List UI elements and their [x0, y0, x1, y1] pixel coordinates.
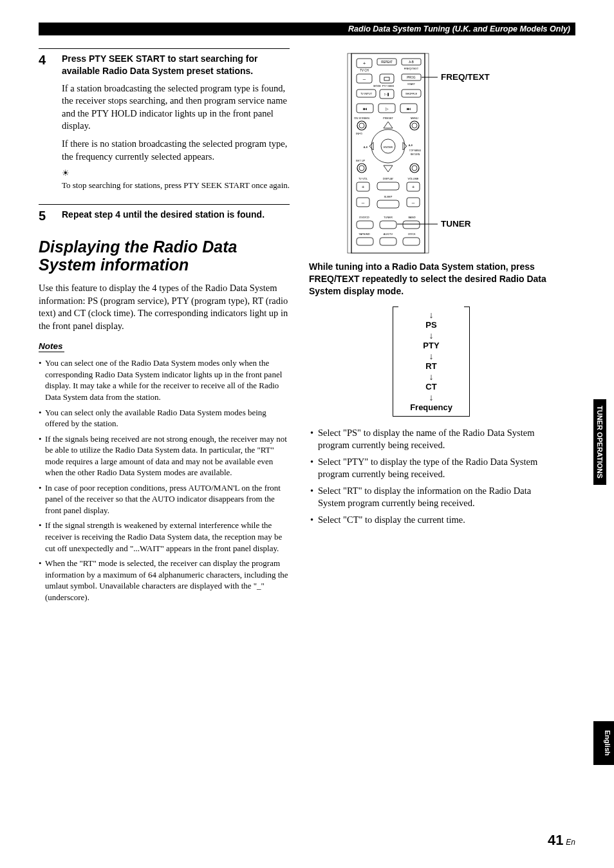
side-tabs: TUNER OPERATIONS English	[593, 399, 614, 491]
svg-text:MENU: MENU	[411, 117, 418, 120]
svg-point-34	[359, 123, 364, 128]
svg-rect-74	[380, 238, 396, 245]
svg-text:TV VOL: TV VOL	[358, 177, 368, 180]
svg-rect-73	[357, 238, 373, 245]
mode-pty: PTY	[393, 340, 469, 352]
svg-text:INFO: INFO	[356, 132, 362, 135]
ab-label: A-B	[409, 61, 414, 64]
svg-rect-11	[380, 74, 394, 83]
svg-rect-67	[357, 221, 373, 229]
svg-point-33	[357, 121, 366, 130]
svg-text:▷: ▷	[386, 107, 389, 111]
svg-text:SHUFFLE: SHUFFLE	[405, 92, 418, 95]
svg-text:A-E: A-E	[409, 144, 413, 147]
mode-frequency: Frequency	[393, 402, 469, 413]
step-number: 5	[39, 209, 54, 226]
arrow-down-icon: ↓	[393, 310, 469, 319]
mode-ct: CT	[393, 381, 469, 393]
mode-rt: RT	[393, 361, 469, 372]
arrow-down-icon: ↓	[393, 372, 469, 381]
note-item: When the "RT" mode is selected, the rece…	[39, 558, 290, 603]
tip-icon: ☀	[62, 168, 70, 178]
action-item: Select "RT" to display the information o…	[309, 485, 560, 510]
svg-text:FREQ/TEXT: FREQ/TEXT	[404, 67, 419, 70]
actions-list: Select "PS" to display the name of the R…	[309, 427, 560, 527]
page-number-lang: En	[566, 838, 575, 847]
note-item: You can select one of the Radio Data Sys…	[39, 357, 290, 402]
svg-rect-0	[348, 53, 351, 253]
svg-text:TOP MENU: TOP MENU	[409, 149, 422, 152]
svg-text:–: –	[412, 200, 415, 205]
page-header: Radio Data System Tuning (U.K. and Europ…	[39, 23, 575, 35]
svg-text:TUNER: TUNER	[384, 216, 393, 219]
svg-text:+: +	[362, 184, 365, 190]
step-paragraph: If a station broadcasting the selected p…	[62, 82, 290, 133]
tab-english: English	[593, 721, 614, 765]
svg-rect-69	[403, 221, 420, 229]
step-4: 4 Press PTY SEEK START to start searchin…	[39, 48, 290, 196]
svg-text:DISPLAY: DISPLAY	[383, 177, 394, 180]
svg-point-35	[410, 121, 419, 130]
step-paragraph: If there is no station broadcasting the …	[62, 138, 290, 163]
svg-text:PROG: PROG	[407, 76, 416, 79]
svg-text:DOCK: DOCK	[408, 232, 416, 236]
svg-text:START: START	[407, 83, 416, 86]
note-item: If the signals being received are not st…	[39, 433, 290, 478]
section-intro: Use this feature to display the 4 types …	[39, 282, 290, 332]
svg-text:⏮: ⏮	[363, 107, 367, 111]
svg-text:TV INPUT: TV INPUT	[360, 92, 373, 95]
svg-text:SET UP: SET UP	[356, 159, 366, 162]
svg-text:⏭: ⏭	[407, 107, 411, 111]
svg-rect-75	[403, 238, 420, 245]
svg-text:MODE: MODE	[373, 85, 381, 88]
notes-list: You can select one of the Radio Data Sys…	[39, 357, 290, 603]
left-column: 4 Press PTY SEEK START to start searchin…	[39, 48, 290, 607]
mode-chain: ↓ PS ↓ PTY ↓ RT ↓ CT ↓ Frequency	[393, 307, 470, 417]
svg-text:+: +	[412, 184, 415, 190]
svg-point-49	[412, 165, 417, 171]
right-column: + REPEAT A-B TV CH FREQ/TEXT – PROG MODE…	[309, 48, 560, 607]
callout-freqtext: FREQ/TEXT	[441, 72, 490, 82]
svg-text:PRESET: PRESET	[383, 117, 394, 120]
notes-label: Notes	[39, 341, 64, 352]
svg-text:VOLUME: VOLUME	[408, 177, 419, 180]
svg-text:AUX/TV: AUX/TV	[384, 232, 393, 236]
svg-text:+: +	[363, 61, 366, 66]
page-number: 41 En	[548, 832, 575, 849]
svg-text:–: –	[363, 76, 366, 82]
svg-text:A-E: A-E	[364, 146, 368, 149]
svg-text:SLEEP: SLEEP	[384, 195, 393, 198]
action-item: Select "PS" to display the name of the R…	[309, 427, 560, 452]
arrow-down-icon: ↓	[393, 352, 469, 361]
repeat-label: REPEAT	[381, 61, 393, 64]
svg-rect-68	[380, 221, 396, 229]
svg-point-47	[359, 165, 364, 171]
note-item: In case of poor reception conditions, pr…	[39, 482, 290, 516]
svg-point-36	[412, 123, 417, 128]
svg-text:ENTER: ENTER	[384, 146, 393, 149]
section-heading: Displaying the Radio Data System informa…	[39, 238, 290, 275]
svg-text:DVD/CD: DVD/CD	[359, 216, 369, 219]
svg-point-46	[357, 164, 366, 173]
callout-tuner: TUNER	[441, 219, 471, 229]
tip-text: To stop searching for stations, press PT…	[62, 180, 290, 191]
note-item: If the signal strength is weakened by ex…	[39, 520, 290, 554]
step-number: 4	[39, 53, 54, 196]
step-title: Repeat step 4 until the desired station …	[62, 209, 290, 221]
step-title: Press PTY SEEK START to start searching …	[62, 53, 290, 77]
svg-text:BAND: BAND	[408, 216, 415, 219]
step-5: 5 Repeat step 4 until the desired statio…	[39, 204, 290, 226]
freqtext-instruction: While tuning into a Radio Data System st…	[309, 261, 560, 297]
svg-text:ON SCREEN: ON SCREEN	[354, 117, 369, 120]
tab-tuner-operations: TUNER OPERATIONS	[593, 399, 606, 485]
svg-text:PTY SEEK: PTY SEEK	[382, 85, 395, 88]
action-item: Select "CT" to display the current time.	[309, 514, 560, 527]
svg-rect-1	[425, 53, 429, 253]
svg-text:▷❚: ▷❚	[384, 92, 389, 97]
svg-text:TV CH: TV CH	[360, 69, 369, 72]
svg-text:RETURN: RETURN	[411, 153, 420, 156]
page-number-value: 41	[548, 832, 563, 848]
svg-rect-61	[377, 200, 399, 208]
arrow-down-icon: ↓	[393, 393, 469, 402]
svg-text:TAPE/MD: TAPE/MD	[358, 232, 370, 236]
